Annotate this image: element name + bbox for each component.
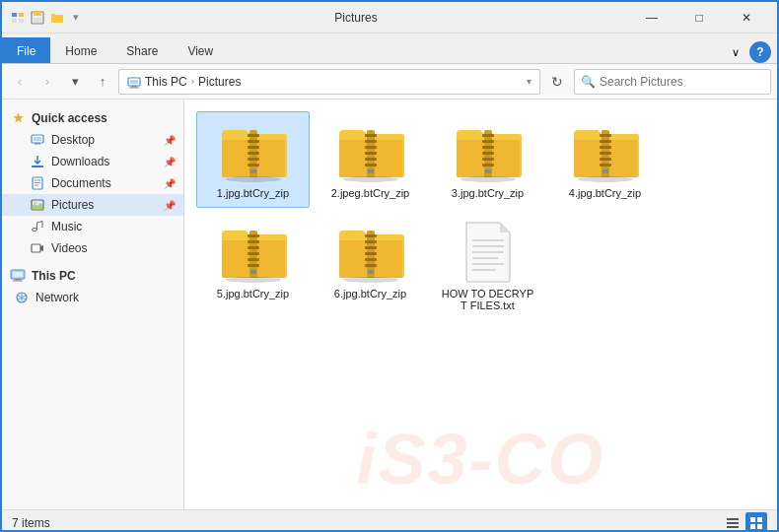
sidebar-item-videos[interactable]: Videos: [2, 237, 183, 259]
file-item-1[interactable]: 1.jpg.btCry_zip: [196, 111, 310, 208]
svg-rect-98: [757, 524, 762, 529]
svg-rect-73: [248, 258, 259, 261]
sidebar-item-network[interactable]: Network: [2, 287, 183, 308]
svg-rect-62: [600, 146, 611, 149]
status-bar: 7 items: [2, 509, 777, 532]
file-item-7[interactable]: HOW TO DECRYPT FILES.txt: [431, 212, 544, 320]
sidebar-this-pc[interactable]: This PC: [2, 265, 183, 287]
desktop-icon: [30, 132, 45, 148]
quick-access-label: Quick access: [32, 111, 107, 125]
ribbon-collapse-button[interactable]: ∨: [726, 42, 745, 62]
sidebar-item-documents[interactable]: Documents 📌: [2, 172, 183, 194]
search-box[interactable]: 🔍: [574, 69, 771, 95]
svg-rect-29: [13, 281, 23, 282]
quick-access-icon[interactable]: [10, 10, 26, 26]
tab-share[interactable]: Share: [111, 37, 173, 63]
path-dropdown[interactable]: ▾: [527, 76, 531, 87]
sidebar-item-music[interactable]: Music: [2, 216, 183, 237]
sidebar-item-pictures[interactable]: Pictures 📌: [2, 194, 183, 216]
close-button[interactable]: ✕: [724, 2, 769, 33]
svg-rect-5: [34, 12, 41, 16]
svg-rect-78: [365, 234, 377, 237]
sidebar-pictures-label: Pictures: [51, 198, 94, 212]
svg-point-40: [226, 176, 281, 182]
svg-rect-54: [482, 152, 494, 155]
forward-button[interactable]: ›: [35, 70, 59, 94]
ribbon: File Home Share View ∨ ?: [2, 33, 777, 64]
sidebar-item-downloads[interactable]: Downloads 📌: [2, 151, 183, 172]
recent-button[interactable]: ▾: [63, 70, 87, 94]
svg-rect-81: [365, 252, 377, 255]
svg-rect-35: [248, 146, 259, 149]
path-pictures: Pictures: [198, 75, 241, 89]
svg-rect-60: [600, 134, 611, 137]
file-label-3: 3.jpg.btCry_zip: [452, 187, 524, 199]
zip-folder-icon-4: [570, 120, 641, 183]
sidebar-documents-label: Documents: [51, 176, 111, 190]
address-path[interactable]: This PC › Pictures ▾: [118, 69, 540, 95]
svg-line-23: [37, 222, 43, 224]
svg-rect-48: [368, 169, 374, 173]
svg-rect-75: [250, 270, 256, 274]
music-icon: [30, 219, 45, 234]
list-view-button[interactable]: [722, 512, 744, 533]
icon-view-button[interactable]: [745, 512, 767, 533]
tab-file[interactable]: File: [2, 37, 50, 63]
help-button[interactable]: ?: [749, 41, 771, 63]
svg-rect-84: [368, 270, 374, 274]
file-item-6[interactable]: 6.jpg.btCry_zip: [314, 212, 427, 320]
svg-rect-53: [482, 146, 494, 149]
search-input[interactable]: [600, 75, 764, 89]
sidebar-downloads-label: Downloads: [51, 155, 109, 168]
svg-rect-36: [248, 152, 259, 155]
svg-rect-65: [600, 164, 611, 166]
svg-point-21: [33, 229, 37, 232]
file-label-1: 1.jpg.btCry_zip: [217, 187, 289, 199]
svg-rect-33: [248, 134, 259, 137]
window-controls[interactable]: — □ ✕: [629, 2, 769, 33]
save-icon[interactable]: [30, 10, 45, 26]
svg-rect-46: [365, 158, 377, 161]
svg-rect-13: [35, 143, 40, 145]
svg-point-67: [578, 176, 633, 182]
svg-rect-44: [365, 146, 377, 149]
title-bar-icons: ▾: [10, 10, 83, 26]
file-item-2[interactable]: 2.jpeg.btCry_zip: [314, 111, 427, 208]
minimize-button[interactable]: —: [629, 2, 674, 33]
this-pc-label: This PC: [32, 269, 76, 283]
file-item-4[interactable]: 4.jpg.btCry_zip: [548, 111, 662, 208]
file-label-2: 2.jpeg.btCry_zip: [331, 187, 410, 199]
back-button[interactable]: ‹: [8, 70, 32, 94]
svg-rect-1: [19, 13, 24, 17]
svg-rect-57: [485, 169, 491, 173]
svg-rect-95: [750, 517, 755, 522]
svg-rect-6: [34, 18, 41, 23]
file-item-5[interactable]: 5.jpg.btCry_zip: [196, 212, 310, 320]
sidebar-desktop-label: Desktop: [51, 133, 95, 147]
svg-rect-12: [34, 137, 41, 141]
svg-rect-45: [365, 152, 377, 155]
maximize-button[interactable]: □: [676, 2, 722, 33]
file-item-3[interactable]: 3.jpg.btCry_zip: [431, 111, 544, 208]
path-this-pc: This PC: [145, 75, 187, 89]
refresh-button[interactable]: ↻: [544, 69, 570, 95]
this-pc-icon: [127, 75, 141, 89]
sidebar-quick-access[interactable]: ★ Quick access: [2, 107, 183, 129]
svg-point-76: [226, 277, 281, 283]
svg-rect-15: [33, 177, 42, 189]
svg-rect-61: [600, 140, 611, 143]
zip-folder-icon-1: [218, 120, 289, 183]
file-label-5: 5.jpg.btCry_zip: [217, 288, 289, 299]
folder-icon[interactable]: [49, 10, 65, 26]
main-content: ★ Quick access Desktop 📌 Downloads 📌 Doc…: [2, 100, 777, 509]
svg-rect-92: [727, 518, 739, 520]
up-button[interactable]: ↑: [91, 70, 114, 94]
tab-view[interactable]: View: [173, 37, 228, 63]
svg-rect-34: [248, 140, 259, 143]
svg-rect-66: [602, 169, 608, 173]
svg-rect-10: [129, 87, 139, 88]
desktop-pin-icon: 📌: [164, 135, 176, 146]
sidebar-item-desktop[interactable]: Desktop 📌: [2, 129, 183, 151]
tab-home[interactable]: Home: [50, 37, 111, 63]
svg-rect-72: [248, 252, 259, 255]
